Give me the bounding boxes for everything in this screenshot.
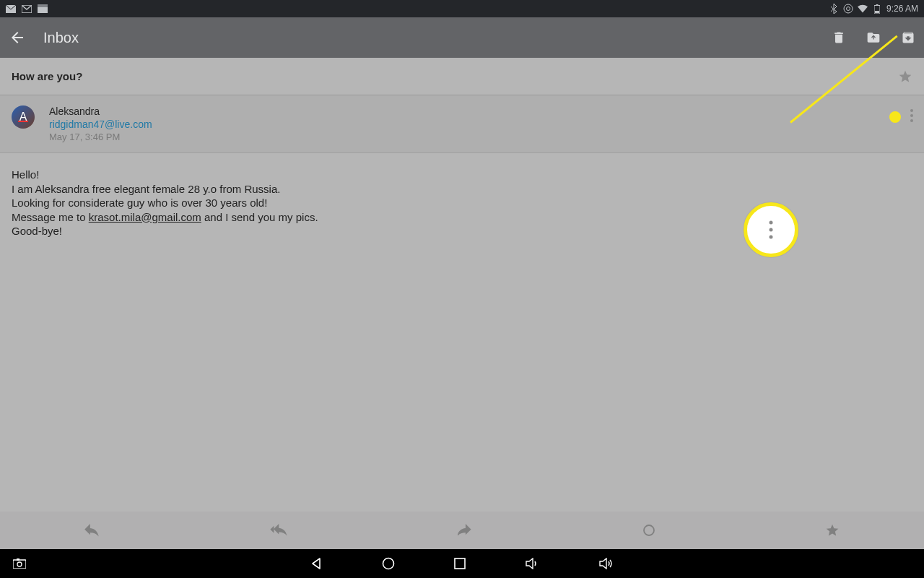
status-time: 9:26 AM — [886, 4, 918, 14]
mark-unread-icon[interactable] — [642, 524, 655, 537]
svg-point-11 — [910, 119, 913, 122]
svg-point-10 — [910, 114, 913, 117]
svg-rect-18 — [17, 558, 19, 561]
body-email-link[interactable]: krasot.mila@gmail.com — [89, 211, 201, 223]
volume-down-icon[interactable] — [525, 558, 539, 569]
svg-point-19 — [383, 558, 394, 569]
sender-email[interactable]: ridgidman47@live.com — [49, 118, 152, 130]
svg-point-17 — [17, 562, 22, 566]
gmail-notification-icon — [22, 4, 32, 14]
svg-rect-16 — [13, 560, 26, 569]
reply-all-icon[interactable] — [270, 524, 289, 537]
body-line: I am Aleksandra free elegant female 28 y… — [12, 182, 912, 197]
svg-point-14 — [770, 236, 773, 239]
forward-icon[interactable] — [458, 524, 474, 537]
more-options-icon[interactable] — [910, 108, 914, 123]
delete-icon[interactable] — [832, 30, 846, 45]
bottom-action-bar — [0, 512, 924, 549]
wifi-icon — [858, 4, 868, 14]
navigation-bar — [0, 549, 924, 578]
calendar-notification-icon — [38, 4, 48, 14]
sender-name: Aleksandra — [49, 105, 152, 117]
svg-point-4 — [844, 4, 853, 13]
move-to-icon[interactable] — [866, 30, 881, 45]
screenshot-icon[interactable] — [13, 558, 26, 569]
star-action-icon[interactable] — [825, 523, 840, 538]
battery-icon — [872, 4, 882, 14]
archive-icon[interactable] — [901, 30, 915, 45]
avatar[interactable]: A — [12, 105, 35, 129]
sync-icon — [843, 4, 853, 14]
volume-up-icon[interactable] — [598, 558, 614, 569]
svg-rect-8 — [875, 11, 879, 13]
page-title: Inbox — [43, 30, 79, 46]
status-bar: 9:26 AM — [0, 0, 924, 17]
nav-back-icon[interactable] — [310, 557, 323, 570]
more-options-icon-enlarged — [768, 219, 774, 241]
bluetooth-icon — [829, 4, 839, 14]
svg-point-15 — [644, 525, 654, 535]
back-arrow-icon[interactable] — [9, 29, 26, 46]
mail-notification-icon — [6, 4, 16, 14]
svg-point-9 — [910, 109, 913, 112]
avatar-letter: A — [19, 111, 27, 124]
svg-point-13 — [770, 228, 773, 232]
sender-row: A Aleksandra ridgidman47@live.com May 17… — [0, 95, 924, 153]
star-icon[interactable] — [898, 69, 912, 84]
svg-rect-3 — [38, 4, 48, 7]
app-bar: Inbox — [0, 17, 924, 58]
nav-recent-icon[interactable] — [454, 558, 466, 569]
svg-rect-20 — [455, 558, 465, 569]
svg-point-12 — [770, 221, 773, 225]
email-subject: How are you? — [12, 70, 82, 82]
nav-home-icon[interactable] — [382, 557, 395, 570]
annotation-highlight-circle — [744, 202, 798, 257]
subject-bar: How are you? — [0, 58, 924, 95]
reply-icon[interactable] — [84, 524, 100, 537]
body-line: Hello! — [12, 168, 912, 182]
sender-date: May 17, 3:46 PM — [49, 131, 152, 142]
svg-point-5 — [846, 7, 850, 11]
